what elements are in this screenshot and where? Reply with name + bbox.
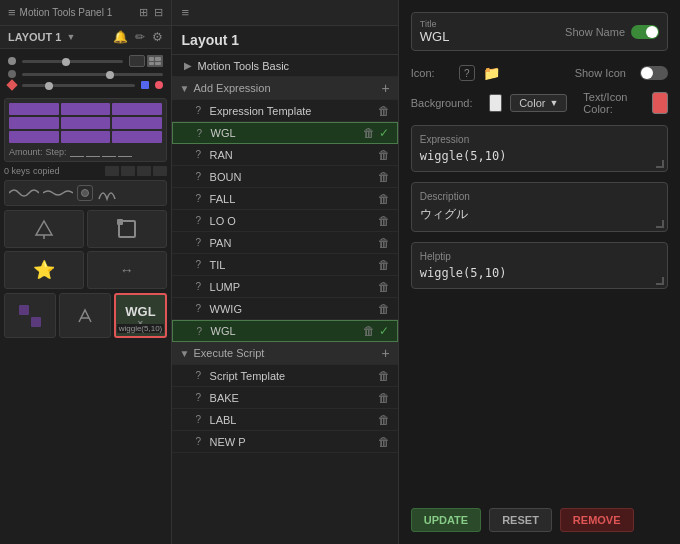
tree-item-script-template[interactable]: ? Script Template 🗑 (172, 365, 398, 387)
helptip-resize-handle[interactable] (656, 277, 664, 285)
tool-cell-5[interactable] (4, 293, 56, 338)
middle-header: ≡ (172, 0, 398, 26)
wgl-tool-cell[interactable]: WGL ✕ wiggle(5,10) (114, 293, 166, 338)
tree-item-bake[interactable]: ? BAKE 🗑 (172, 387, 398, 409)
reset-button[interactable]: RESET (489, 508, 552, 532)
bottom-tool-row: WGL ✕ wiggle(5,10) (4, 293, 167, 338)
trash-icon-14[interactable]: 🗑 (378, 435, 390, 449)
question-icon-8: ? (196, 281, 206, 292)
tree-item-labl[interactable]: ? LABL 🗑 (172, 409, 398, 431)
trash-icon-7[interactable]: 🗑 (378, 258, 390, 272)
icon-question-box[interactable]: ? (459, 65, 475, 81)
trash-icon-10[interactable]: 🗑 (363, 324, 375, 338)
trash-icon-8[interactable]: 🗑 (378, 280, 390, 294)
trash-icon-2[interactable]: 🗑 (378, 148, 390, 162)
title-section: Title WGL Show Name (411, 12, 668, 51)
background-swatch[interactable] (489, 94, 502, 112)
question-icon-13: ? (196, 414, 206, 425)
execute-script-plus[interactable]: + (382, 345, 390, 361)
show-icon-toggle[interactable] (640, 66, 668, 80)
edit-icon[interactable]: ✏ (135, 30, 145, 44)
expression-resize-handle[interactable] (656, 160, 664, 168)
tree-section: ▶ Motion Tools Basic ▼ Add Expression + … (172, 55, 398, 544)
question-icon-12: ? (196, 392, 206, 403)
layout-title-row: Layout 1 (172, 26, 398, 55)
update-button[interactable]: UPDATE (411, 508, 481, 532)
tree-item-newp[interactable]: ? NEW P 🗑 (172, 431, 398, 453)
collapse-icon-add: ▼ (180, 83, 190, 94)
middle-menu-icon[interactable]: ≡ (182, 5, 190, 20)
header-icons: ⊞ ⊟ (139, 6, 163, 19)
bell-icon[interactable]: 🔔 (113, 30, 128, 44)
mini-cell-2[interactable] (87, 210, 167, 248)
toggle-thumb (646, 26, 658, 38)
tree-item-til[interactable]: ? TIL 🗑 (172, 254, 398, 276)
mini-grid: ⭐ ↔ (4, 210, 167, 289)
expression-box[interactable]: Expression wiggle(5,10) (411, 125, 668, 172)
text-icon-color-swatch[interactable] (652, 92, 668, 114)
expand-icon-motion: ▶ (184, 60, 196, 71)
menu-icon[interactable]: ≡ (8, 5, 16, 20)
trash-icon-9[interactable]: 🗑 (378, 302, 390, 316)
helptip-box[interactable]: Helptip wiggle(5,10) (411, 242, 668, 289)
mini-cell-3[interactable]: ⭐ (4, 251, 84, 289)
show-name-toggle[interactable] (631, 25, 659, 39)
purple-grid-cell[interactable]: Amount: Step: (4, 98, 167, 162)
grid-icon[interactable]: ⊟ (154, 6, 163, 19)
folder-icon[interactable]: 📁 (483, 65, 500, 81)
mini-cell-4[interactable]: ↔ (87, 251, 167, 289)
panel-title-text: Motion Tools Panel 1 (20, 7, 113, 18)
check-icon-1: ✓ (379, 126, 389, 140)
item-actions-0: 🗑 (378, 104, 390, 118)
layout-dropdown-icon[interactable]: ▼ (66, 32, 75, 42)
remove-button[interactable]: REMOVE (560, 508, 634, 532)
tree-item-expr-template[interactable]: ? Expression Template 🗑 (172, 100, 398, 122)
trash-icon-13[interactable]: 🗑 (378, 413, 390, 427)
tree-parent-motion-tools[interactable]: ▶ Motion Tools Basic (172, 55, 398, 77)
expand-icon[interactable]: ⊞ (139, 6, 148, 19)
tree-item-pan[interactable]: ? PAN 🗑 (172, 232, 398, 254)
amount-step-row: 0 keys copied (4, 166, 167, 176)
trash-icon-5[interactable]: 🗑 (378, 214, 390, 228)
check-icon-10: ✓ (379, 324, 389, 338)
tree-item-wgl-1[interactable]: ? WGL 🗑 ✓ (172, 122, 398, 144)
question-icon-11: ? (196, 370, 206, 381)
icon-row: Icon: ? 📁 Show Icon (411, 65, 668, 81)
description-resize-handle[interactable] (656, 220, 664, 228)
tree-item-ran[interactable]: ? RAN 🗑 (172, 144, 398, 166)
question-icon-3: ? (196, 171, 206, 182)
trash-icon-11[interactable]: 🗑 (378, 369, 390, 383)
description-box[interactable]: Description ウィグル (411, 182, 668, 232)
tool-grid: Amount: Step: 0 keys copied (0, 49, 171, 342)
left-panel: ≡ Motion Tools Panel 1 ⊞ ⊟ LAYOUT 1 ▼ 🔔 … (0, 0, 172, 544)
tree-item-lump[interactable]: ? LUMP 🗑 (172, 276, 398, 298)
trash-icon-4[interactable]: 🗑 (378, 192, 390, 206)
trash-icon-0[interactable]: 🗑 (378, 104, 390, 118)
question-icon-9: ? (196, 303, 206, 314)
background-type-dropdown[interactable]: Color ▼ (510, 94, 567, 112)
panel-title: ≡ Motion Tools Panel 1 (8, 5, 112, 20)
question-icon-4: ? (196, 193, 206, 204)
section-execute-script[interactable]: ▼ Execute Script + (172, 342, 398, 365)
tree-item-wgl-2[interactable]: ? WGL 🗑 ✓ (172, 320, 398, 342)
trash-icon-1[interactable]: 🗑 (363, 126, 375, 140)
add-expression-plus[interactable]: + (382, 80, 390, 96)
question-icon-6: ? (196, 237, 206, 248)
trash-icon-3[interactable]: 🗑 (378, 170, 390, 184)
mini-cell-1[interactable] (4, 210, 84, 248)
tree-item-fall[interactable]: ? FALL 🗑 (172, 188, 398, 210)
tree-item-wwig[interactable]: ? WWIG 🗑 (172, 298, 398, 320)
section-add-expression[interactable]: ▼ Add Expression + (172, 77, 398, 100)
tool-cell-6[interactable] (59, 293, 111, 338)
dropdown-chevron: ▼ (549, 98, 558, 108)
tree-item-boun[interactable]: ? BOUN 🗑 (172, 166, 398, 188)
trash-icon-6[interactable]: 🗑 (378, 236, 390, 250)
settings-icon[interactable]: ⚙ (152, 30, 163, 44)
sliders-section (4, 53, 167, 94)
action-buttons: UPDATE RESET REMOVE (411, 508, 668, 532)
tree-item-loo[interactable]: ? LO O 🗑 (172, 210, 398, 232)
wave-row[interactable] (4, 180, 167, 206)
svg-marker-0 (36, 221, 52, 235)
trash-icon-12[interactable]: 🗑 (378, 391, 390, 405)
collapse-icon-exec: ▼ (180, 348, 190, 359)
